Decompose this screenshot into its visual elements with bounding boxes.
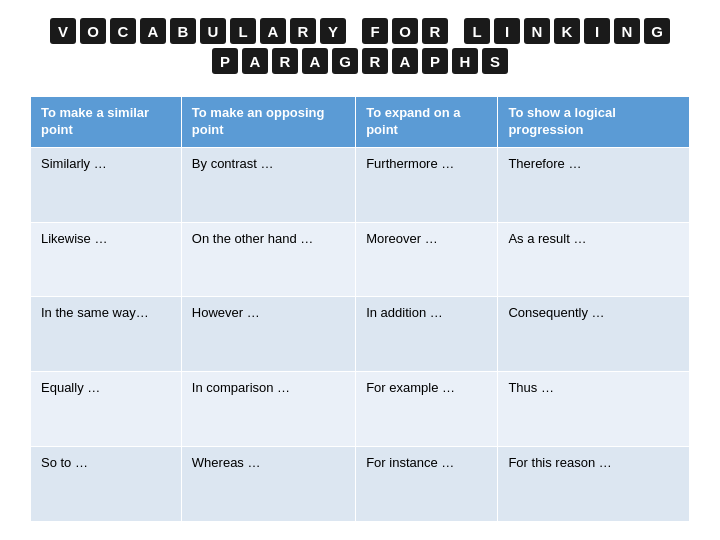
header-col-2: To expand on a point <box>356 97 498 148</box>
title-char: N <box>614 18 640 44</box>
cell-2-3: Consequently … <box>498 297 690 372</box>
cell-1-3: As a result … <box>498 222 690 297</box>
cell-0-2: Furthermore … <box>356 147 498 222</box>
title-char: O <box>80 18 106 44</box>
title-char: O <box>392 18 418 44</box>
cell-4-2: For instance … <box>356 447 498 522</box>
table-body: Similarly …By contrast …Furthermore …The… <box>31 147 690 521</box>
title-char: V <box>50 18 76 44</box>
title-char: P <box>212 48 238 74</box>
table-row: So to …Whereas …For instance …For this r… <box>31 447 690 522</box>
title-char: P <box>422 48 448 74</box>
title-char: R <box>422 18 448 44</box>
title-char: Y <box>320 18 346 44</box>
table-row: Similarly …By contrast …Furthermore …The… <box>31 147 690 222</box>
cell-4-1: Whereas … <box>181 447 355 522</box>
cell-1-0: Likewise … <box>31 222 182 297</box>
header-col-1: To make an opposing point <box>181 97 355 148</box>
cell-2-1: However … <box>181 297 355 372</box>
title-char: R <box>290 18 316 44</box>
vocab-table: To make a similar pointTo make an opposi… <box>30 96 690 522</box>
cell-3-1: In comparison … <box>181 372 355 447</box>
title-area: VOCABULARYFORLINKING PARAGRAPHS <box>30 18 690 78</box>
table-row: Likewise …On the other hand …Moreover …A… <box>31 222 690 297</box>
title-char: U <box>200 18 226 44</box>
table-row: Equally …In comparison …For example …Thu… <box>31 372 690 447</box>
title-char: A <box>302 48 328 74</box>
cell-0-1: By contrast … <box>181 147 355 222</box>
title-char: L <box>464 18 490 44</box>
title-char <box>350 18 358 44</box>
cell-2-0: In the same way… <box>31 297 182 372</box>
header-col-3: To show a logical progression <box>498 97 690 148</box>
cell-3-2: For example … <box>356 372 498 447</box>
title-char: B <box>170 18 196 44</box>
title-char: G <box>644 18 670 44</box>
title-char <box>452 18 460 44</box>
title-char: A <box>140 18 166 44</box>
header-col-0: To make a similar point <box>31 97 182 148</box>
table-row: In the same way…However …In addition …Co… <box>31 297 690 372</box>
title-char: H <box>452 48 478 74</box>
title-char: K <box>554 18 580 44</box>
title-char: R <box>272 48 298 74</box>
title-char: S <box>482 48 508 74</box>
title-char: A <box>242 48 268 74</box>
cell-0-3: Therefore … <box>498 147 690 222</box>
title-char: C <box>110 18 136 44</box>
cell-4-0: So to … <box>31 447 182 522</box>
title-line-2: PARAGRAPHS <box>30 48 690 74</box>
cell-3-3: Thus … <box>498 372 690 447</box>
cell-2-2: In addition … <box>356 297 498 372</box>
title-char: R <box>362 48 388 74</box>
title-char: A <box>260 18 286 44</box>
title-char: F <box>362 18 388 44</box>
title-char: G <box>332 48 358 74</box>
page: VOCABULARYFORLINKING PARAGRAPHS To make … <box>0 0 720 540</box>
cell-1-2: Moreover … <box>356 222 498 297</box>
header-row: To make a similar pointTo make an opposi… <box>31 97 690 148</box>
title-char: L <box>230 18 256 44</box>
cell-1-1: On the other hand … <box>181 222 355 297</box>
title-char: I <box>494 18 520 44</box>
title-char: A <box>392 48 418 74</box>
title-line-1: VOCABULARYFORLINKING <box>30 18 690 44</box>
title-char: I <box>584 18 610 44</box>
table-header: To make a similar pointTo make an opposi… <box>31 97 690 148</box>
title-char: N <box>524 18 550 44</box>
cell-4-3: For this reason … <box>498 447 690 522</box>
cell-3-0: Equally … <box>31 372 182 447</box>
cell-0-0: Similarly … <box>31 147 182 222</box>
